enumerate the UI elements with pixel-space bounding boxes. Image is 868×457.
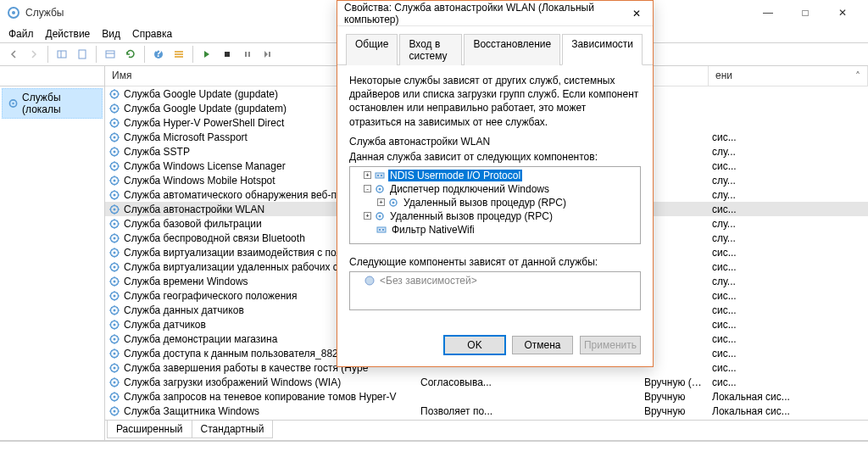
- depends-on-tree[interactable]: +NDIS Usermode I/O Protocol-Диспетчер по…: [349, 166, 641, 244]
- svg-rect-65: [377, 175, 379, 176]
- dialog-service-name: Служба автонастройки WLAN: [349, 136, 641, 148]
- svg-point-19: [114, 92, 116, 95]
- statusbar: [0, 441, 868, 457]
- dependency-node[interactable]: +NDIS Usermode I/O Protocol: [352, 169, 638, 182]
- svg-point-1: [12, 11, 15, 14]
- svg-point-47: [114, 294, 116, 297]
- depends-on-label: Данная служба зависит от следующих компо…: [349, 151, 641, 163]
- service-row[interactable]: Служба запросов на теневое копирование т…: [105, 389, 868, 404]
- dependency-node[interactable]: +Удаленный вызов процедур (RPC): [352, 209, 638, 223]
- window-title: Службы: [25, 7, 64, 19]
- restart-button[interactable]: [259, 45, 277, 64]
- expand-icon[interactable]: +: [377, 198, 385, 206]
- svg-rect-64: [376, 173, 384, 178]
- svg-point-17: [12, 103, 14, 104]
- dependency-node[interactable]: Фильтр NativeWifi: [352, 223, 638, 237]
- dialog-title: Свойства: Служба автонастройки WLAN (Лок…: [344, 2, 627, 25]
- tree-root-label: Службы (локалы: [22, 92, 97, 115]
- stop-button[interactable]: [218, 45, 236, 64]
- apply-button[interactable]: Применить: [580, 336, 641, 354]
- dependency-node[interactable]: +Удаленный вызов процедур (RPC): [352, 196, 638, 209]
- list-button[interactable]: [170, 45, 188, 64]
- properties-dialog: Свойства: Служба автонастройки WLAN (Лок…: [337, 0, 654, 367]
- svg-rect-15: [269, 52, 270, 57]
- tab-recovery[interactable]: Восстановление: [464, 34, 560, 65]
- svg-point-23: [114, 121, 116, 124]
- svg-point-61: [114, 395, 116, 398]
- service-row[interactable]: Служба Защитника WindowsПозволяет по...В…: [105, 404, 868, 418]
- tab-logon[interactable]: Вход в систему: [399, 34, 462, 65]
- tab-general[interactable]: Общие: [346, 34, 398, 65]
- svg-point-27: [114, 150, 116, 153]
- menu-view[interactable]: Вид: [102, 28, 120, 40]
- svg-point-59: [114, 381, 116, 383]
- maximize-button[interactable]: □: [787, 1, 824, 25]
- svg-point-57: [114, 366, 116, 369]
- svg-point-41: [114, 251, 116, 254]
- tab-extended[interactable]: Расширенный: [107, 421, 192, 438]
- dialog-close-button[interactable]: ✕: [627, 3, 646, 24]
- properties-button[interactable]: [101, 45, 120, 64]
- svg-point-76: [365, 276, 374, 285]
- svg-point-21: [114, 107, 116, 109]
- svg-point-43: [114, 265, 116, 268]
- forward-button[interactable]: [25, 45, 43, 64]
- svg-point-37: [114, 222, 116, 225]
- svg-rect-12: [225, 52, 230, 57]
- services-icon: [8, 98, 19, 109]
- svg-point-51: [114, 323, 116, 326]
- svg-point-68: [379, 187, 381, 190]
- dependency-node[interactable]: -Диспетчер подключений Windows: [352, 182, 638, 196]
- svg-rect-73: [377, 227, 386, 232]
- svg-point-33: [114, 193, 116, 196]
- menu-help[interactable]: Справка: [132, 28, 172, 40]
- no-dependents-label: <Без зависимостей>: [378, 275, 479, 287]
- expand-icon[interactable]: -: [364, 185, 371, 192]
- back-button[interactable]: [4, 45, 23, 64]
- svg-point-29: [114, 164, 116, 167]
- show-hide-button[interactable]: [53, 45, 71, 64]
- svg-point-63: [114, 410, 116, 412]
- col-logon[interactable]: ени: [709, 66, 868, 86]
- dialog-description: Некоторые службы зависят от других служб…: [349, 74, 641, 129]
- svg-rect-14: [248, 52, 250, 57]
- svg-point-72: [379, 215, 381, 217]
- close-button[interactable]: ✕: [824, 1, 861, 25]
- tab-standard[interactable]: Стандартный: [192, 421, 274, 438]
- dependents-tree[interactable]: <Без зависимостей>: [349, 271, 641, 310]
- tree-pane: Службы (локалы: [0, 66, 105, 440]
- ok-button[interactable]: OK: [444, 336, 505, 354]
- svg-rect-13: [245, 52, 247, 57]
- svg-rect-74: [379, 229, 381, 231]
- app-icon: [7, 6, 20, 20]
- svg-point-45: [114, 280, 116, 282]
- svg-point-25: [114, 136, 116, 138]
- svg-rect-9: [175, 51, 183, 53]
- help-button[interactable]: ?: [149, 45, 168, 64]
- svg-point-39: [114, 237, 116, 239]
- menu-file[interactable]: Файл: [8, 28, 34, 40]
- svg-rect-4: [79, 50, 86, 59]
- svg-rect-5: [106, 51, 114, 58]
- refresh-button[interactable]: [121, 45, 140, 64]
- svg-rect-11: [175, 56, 183, 58]
- service-row[interactable]: Служба загрузки изображений Windows (WIA…: [105, 375, 868, 389]
- tree-root[interactable]: Службы (локалы: [2, 88, 103, 119]
- svg-rect-10: [175, 53, 183, 55]
- expand-icon[interactable]: +: [364, 212, 371, 220]
- svg-point-49: [114, 309, 116, 311]
- start-button[interactable]: [198, 45, 216, 64]
- svg-rect-75: [382, 229, 384, 231]
- svg-point-53: [114, 337, 116, 340]
- tab-dependencies[interactable]: Зависимости: [562, 34, 643, 65]
- svg-point-70: [392, 201, 395, 203]
- pause-button[interactable]: [238, 45, 257, 64]
- expand-icon[interactable]: +: [364, 171, 371, 179]
- scroll-up-icon[interactable]: ˄: [848, 67, 868, 86]
- svg-text:?: ?: [155, 48, 161, 59]
- export-button[interactable]: [73, 45, 92, 64]
- minimize-button[interactable]: —: [749, 1, 787, 25]
- svg-point-35: [114, 208, 116, 210]
- menu-action[interactable]: Действие: [46, 28, 91, 40]
- cancel-button[interactable]: Отмена: [512, 336, 573, 354]
